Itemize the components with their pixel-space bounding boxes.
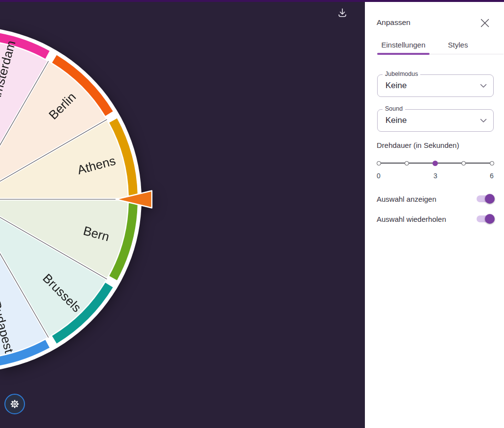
chevron-down-icon	[480, 119, 487, 123]
toggle-knob	[485, 214, 495, 224]
download-icon	[335, 5, 350, 20]
download-button[interactable]	[335, 5, 350, 20]
close-button[interactable]	[479, 17, 491, 29]
sound-value: Keine	[385, 110, 407, 131]
slider-tick-mid: 3	[433, 172, 437, 180]
slider-stop[interactable]	[405, 161, 409, 166]
repeat-selection-toggle[interactable]	[477, 215, 493, 222]
slider-stop[interactable]	[490, 161, 494, 166]
gear-icon	[9, 398, 21, 410]
settings-button[interactable]	[4, 394, 25, 414]
wheel-canvas: AmsterdamBerlinAthensBernBrusselsBudapes…	[0, 0, 365, 428]
close-icon	[479, 17, 491, 29]
slider-stop[interactable]	[377, 161, 381, 166]
repeat-selection-label: Auswahl wiederholen	[377, 215, 446, 223]
slider-thumb[interactable]	[432, 161, 438, 166]
jubelmodus-select[interactable]: Jubelmodus Keine	[377, 74, 494, 97]
active-tab-indicator	[377, 53, 430, 55]
tab-styles[interactable]: Styles	[430, 41, 486, 49]
show-selection-label: Auswahl anzeigen	[377, 195, 436, 203]
top-accent-strip	[0, 0, 504, 2]
toggle-knob	[485, 194, 495, 204]
slider-stop[interactable]	[461, 161, 466, 166]
panel-title: Anpassen	[377, 19, 410, 26]
spin-duration-label: Drehdauer (in Sekunden)	[377, 142, 459, 149]
show-selection-toggle[interactable]	[477, 195, 493, 202]
jubelmodus-value: Keine	[385, 75, 407, 96]
slider-tick-max: 6	[490, 172, 494, 180]
sound-select[interactable]: Sound Keine	[377, 109, 494, 132]
spinner-wheel[interactable]: AmsterdamBerlinAthensBernBrusselsBudapes…	[0, 0, 365, 428]
slider-tick-min: 0	[377, 172, 381, 180]
tab-einstellungen[interactable]: Einstellungen	[377, 41, 430, 49]
customize-panel: Anpassen Einstellungen Styles Jubelmodus…	[365, 0, 504, 428]
chevron-down-icon	[480, 84, 487, 88]
app-root: AmsterdamBerlinAthensBernBrusselsBudapes…	[0, 0, 504, 428]
